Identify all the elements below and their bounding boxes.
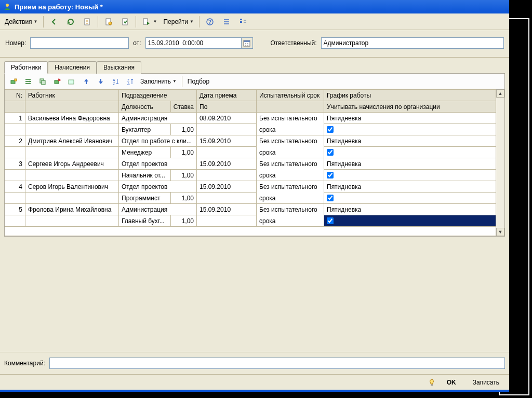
cell-emp-sub[interactable] — [25, 147, 119, 158]
add-row-button[interactable] — [7, 75, 20, 88]
scroll-up-button[interactable]: ▲ — [496, 89, 504, 98]
cell-accrual[interactable] — [324, 147, 496, 158]
date-picker-button[interactable] — [242, 37, 253, 49]
cell-n[interactable]: 5 — [5, 204, 25, 215]
cell-trial-bottom[interactable]: срока — [257, 193, 324, 204]
col-header-date[interactable]: Дата приема — [197, 90, 257, 101]
responsible-input[interactable] — [321, 37, 504, 49]
toolbar-btn-1[interactable] — [46, 16, 62, 28]
cell-position[interactable]: Программист — [119, 193, 171, 204]
cell-employee[interactable]: Дмитриев Алексей Иванович — [25, 135, 119, 147]
data-grid[interactable]: N: Работник Подразделение Дата приема Ис… — [5, 89, 496, 236]
sort-asc-button[interactable]: AZ — [109, 75, 122, 88]
cell-trial-bottom[interactable]: срока — [257, 147, 324, 158]
scroll-down-button[interactable]: ▼ — [496, 228, 504, 236]
vertical-scrollbar[interactable]: ▲ ▼ — [496, 89, 504, 236]
cell-employee[interactable]: Васильева Инна Федоровна — [25, 113, 119, 124]
col-header-rate[interactable]: Ставка — [171, 101, 197, 113]
cell-position[interactable]: Главный бухг... — [119, 215, 171, 227]
cell-dept[interactable]: Отдел проектов — [119, 181, 197, 193]
table-row[interactable]: 4Серов Игорь ВалентиновичОтдел проектов1… — [5, 181, 496, 204]
sort-desc-button[interactable]: ZA — [123, 75, 137, 88]
cell-rate[interactable]: 1,00 — [171, 124, 197, 135]
edit-row-button[interactable] — [65, 75, 78, 88]
tab-deductions[interactable]: Взыскания — [97, 61, 141, 74]
col-header-dept[interactable]: Подразделение — [119, 90, 197, 101]
tab-accruals[interactable]: Начисления — [48, 61, 97, 74]
scroll-track[interactable] — [496, 98, 504, 228]
cell-trial-bottom[interactable]: срока — [257, 215, 324, 227]
toolbar-btn-5[interactable] — [117, 16, 133, 28]
cell-n-sub[interactable] — [5, 193, 25, 204]
help-button[interactable]: ? — [202, 16, 218, 28]
cell-emp-sub[interactable] — [25, 170, 119, 181]
accrual-checkbox[interactable] — [327, 172, 334, 179]
toolbar-btn-6[interactable]: ▼ — [139, 16, 160, 28]
cell-trial-top[interactable]: Без испытательного — [257, 135, 324, 147]
cell-dept[interactable]: Отдел по работе с кли... — [119, 135, 197, 147]
col-header-position[interactable]: Должность — [119, 101, 171, 113]
toolbar-btn-tree[interactable] — [235, 16, 251, 28]
comment-input[interactable] — [49, 358, 505, 369]
cell-position[interactable]: Начальник от... — [119, 170, 171, 181]
cell-n-sub[interactable] — [5, 170, 25, 181]
cell-schedule[interactable]: Пятидневка — [324, 113, 496, 124]
toolbar-btn-list[interactable] — [219, 16, 234, 28]
cell-trial-top[interactable]: Без испытательного — [257, 113, 324, 124]
cell-employee[interactable]: Серов Игорь Валентинович — [25, 181, 119, 193]
accrual-checkbox[interactable] — [327, 195, 334, 201]
col-header-trial[interactable]: Испытательный срок — [257, 90, 324, 101]
cell-n[interactable]: 1 — [5, 113, 25, 124]
cell-n[interactable]: 4 — [5, 181, 25, 193]
cell-trial-bottom[interactable]: срока — [257, 170, 324, 181]
cell-dept[interactable]: Отдел проектов — [119, 158, 197, 170]
cell-trial-top[interactable]: Без испытательного — [257, 181, 324, 193]
cell-accrual[interactable] — [324, 170, 496, 181]
cell-employee[interactable]: Сергеев Игорь Андреевич — [25, 158, 119, 170]
table-row[interactable]: 2Дмитриев Алексей ИвановичОтдел по работ… — [5, 135, 496, 158]
accrual-checkbox[interactable] — [327, 126, 334, 133]
col-header-n[interactable]: N: — [5, 90, 25, 101]
cell-schedule[interactable]: Пятидневка — [324, 181, 496, 193]
cell-to[interactable] — [197, 147, 257, 158]
table-row[interactable]: 3Сергеев Игорь АндреевичОтдел проектов15… — [5, 158, 496, 181]
cell-date[interactable]: 15.09.2010 — [197, 181, 257, 193]
copy-row-button[interactable] — [36, 75, 49, 88]
cell-accrual[interactable] — [324, 193, 496, 204]
cell-trial-top[interactable]: Без испытательного — [257, 158, 324, 170]
select-button[interactable]: Подбор — [185, 75, 212, 88]
col-header-employee[interactable]: Работник — [25, 90, 119, 101]
cell-rate[interactable]: 1,00 — [171, 170, 197, 181]
cell-n[interactable]: 3 — [5, 158, 25, 170]
cell-position[interactable]: Менеджер — [119, 147, 171, 158]
cell-n-sub[interactable] — [5, 147, 25, 158]
cell-trial-top[interactable]: Без испытательного — [257, 204, 324, 215]
table-row[interactable]: 5Фролова Ирина МихайловнаАдминистрация15… — [5, 204, 496, 227]
tab-employees[interactable]: Работники — [4, 61, 48, 74]
col-header-schedule[interactable]: График работы — [324, 90, 496, 101]
cell-date[interactable]: 08.09.2010 — [197, 113, 257, 124]
cell-schedule[interactable]: Пятидневка — [324, 135, 496, 147]
cell-accrual[interactable] — [324, 215, 496, 227]
cell-schedule[interactable]: Пятидневка — [324, 204, 496, 215]
cell-rate[interactable]: 1,00 — [171, 193, 197, 204]
cell-date[interactable]: 15.09.2010 — [197, 158, 257, 170]
cell-position[interactable]: Бухгалтер — [119, 124, 171, 135]
accrual-checkbox[interactable] — [327, 149, 334, 156]
col-header-accrual[interactable]: Учитывать начисления по организации — [324, 101, 496, 113]
cell-rate[interactable]: 1,00 — [171, 215, 197, 227]
cell-emp-sub[interactable] — [25, 193, 119, 204]
move-down-button[interactable] — [94, 75, 108, 88]
number-input[interactable] — [30, 37, 129, 49]
cell-rate[interactable]: 1,00 — [171, 147, 197, 158]
cell-accrual[interactable] — [324, 124, 496, 135]
col-header-to[interactable]: По — [197, 101, 257, 113]
cell-to[interactable] — [197, 215, 257, 227]
toolbar-btn-4[interactable] — [101, 16, 116, 28]
cell-emp-sub[interactable] — [25, 215, 119, 227]
move-up-button[interactable] — [79, 75, 93, 88]
fill-menu[interactable]: Заполнить ▼ — [138, 75, 179, 88]
cell-trial-bottom[interactable]: срока — [257, 124, 324, 135]
toolbar-btn-2[interactable] — [63, 16, 78, 28]
cell-n-sub[interactable] — [5, 215, 25, 227]
